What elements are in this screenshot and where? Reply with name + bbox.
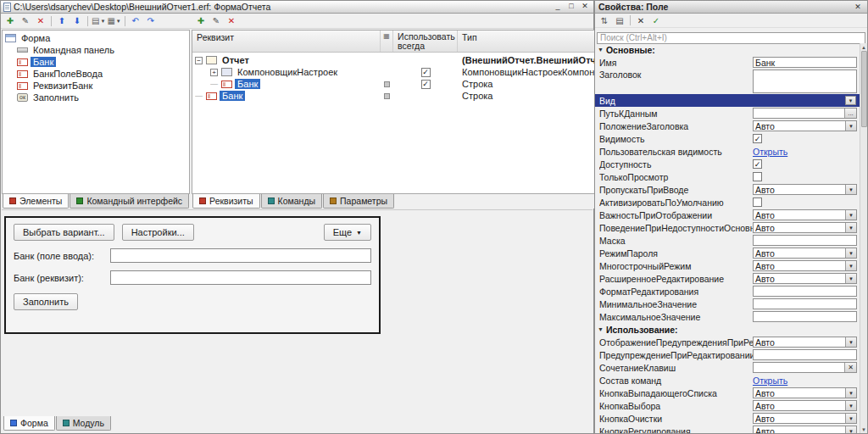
property-row[interactable]: КнопкаВыбораАвто▼ — [595, 399, 860, 412]
property-row[interactable]: РасширенноеРедактированиеАвто▼ — [595, 272, 860, 285]
form-preview[interactable]: Выбрать вариант... Настройки... Еще ▼ Ба… — [4, 216, 381, 334]
add-icon[interactable]: ✚ — [194, 14, 208, 27]
open-link[interactable]: Открыть — [753, 376, 787, 386]
delete-icon[interactable]: ✕ — [34, 14, 47, 27]
tab-elements[interactable]: Элементы — [3, 194, 69, 209]
tree-item-bank-input[interactable]: БанкПолеВвода — [3, 68, 189, 80]
property-dropdown[interactable]: Авто▼ — [753, 222, 857, 233]
property-row[interactable]: ТолькоПросмотр — [595, 170, 860, 183]
checked-checkbox[interactable]: ✓ — [421, 80, 431, 89]
grid-cell-use-always[interactable] — [393, 90, 458, 102]
property-input[interactable] — [753, 235, 857, 246]
property-row[interactable]: ИмяБанк — [595, 56, 860, 69]
property-input[interactable]: Банк — [753, 57, 857, 68]
property-section-header[interactable]: ▼Использование: — [595, 323, 860, 336]
view-mode-icon[interactable]: ▦▼ — [107, 14, 120, 27]
property-row[interactable]: ВажностьПриОтображенииАвто▼ — [595, 209, 860, 221]
dropdown-arrow-icon[interactable]: ▼ — [845, 223, 856, 232]
checked-checkbox[interactable]: ✓ — [421, 68, 431, 77]
property-dropdown[interactable]: Авто▼ — [753, 387, 857, 398]
window-titlebar[interactable]: C:\Users\dsarychev\Desktop\ВнешнийОтчет1… — [1, 1, 593, 14]
property-row[interactable]: Заголовок — [595, 69, 860, 94]
property-row[interactable]: МногострочныйРежимАвто▼ — [595, 259, 860, 272]
properties-caption[interactable]: Свойства: Поле ✕ — [595, 1, 867, 14]
table-settings-icon[interactable]: ▤▼ — [92, 14, 105, 27]
property-section-header[interactable]: ▼Основные: — [595, 43, 860, 56]
property-dropdown[interactable]: Авто▼ — [753, 248, 857, 259]
property-input[interactable]: ✕ — [753, 362, 857, 373]
properties-close-icon[interactable]: ✕ — [852, 3, 864, 11]
dropdown-arrow-icon[interactable]: ▼ — [845, 388, 856, 398]
minimize-button[interactable]: _ — [551, 2, 565, 12]
grid-row[interactable]: —БанкСтрока — [192, 90, 647, 102]
redo-icon[interactable]: ↷ — [144, 14, 158, 27]
tab-commands[interactable]: Команды — [261, 194, 323, 209]
properties-search-input[interactable] — [597, 32, 865, 44]
column-header-marker[interactable]: ▦ — [381, 31, 393, 52]
ellipsis-button[interactable]: ... — [844, 108, 856, 118]
column-header-use-always[interactable]: Использовать всегда — [393, 31, 458, 52]
property-row[interactable]: ПоведениеПриНедоступностиОсновногоСерАвт… — [595, 221, 860, 234]
bank-attr-field[interactable] — [110, 270, 371, 285]
grid-row[interactable]: +КомпоновщикНастроек✓КомпоновщикНастроек… — [192, 66, 647, 78]
property-row[interactable]: Пользовательская видимостьОткрыть — [595, 145, 860, 158]
property-checkbox[interactable] — [753, 198, 762, 207]
add-icon[interactable]: ✚ — [3, 14, 17, 27]
property-dropdown[interactable]: Авто▼ — [753, 260, 857, 271]
property-row[interactable]: ПропускатьПриВводеАвто▼ — [595, 183, 860, 196]
property-input[interactable] — [753, 286, 857, 297]
property-row[interactable]: ПредупреждениеПриРедактировании — [595, 348, 860, 361]
property-row[interactable]: Маска — [595, 234, 860, 247]
more-button[interactable]: Еще ▼ — [324, 224, 371, 241]
property-row[interactable]: ФорматРедактирования — [595, 285, 860, 298]
tab-parameters[interactable]: Параметры — [323, 194, 394, 209]
property-dropdown[interactable]: ▼ — [753, 95, 857, 106]
settings-button[interactable]: Настройки... — [122, 224, 194, 241]
delete-icon[interactable]: ✕ — [225, 14, 238, 27]
tab-command-interface[interactable]: Командный интерфейс — [70, 194, 189, 209]
property-row[interactable]: МаксимальноеЗначение — [595, 310, 860, 323]
close-button[interactable]: ✕ — [578, 2, 592, 12]
tree-item-command-bar[interactable]: Командная панель — [3, 44, 189, 56]
property-row[interactable]: Доступность✓ — [595, 158, 860, 170]
property-input[interactable] — [753, 70, 857, 93]
property-dropdown[interactable]: Авто▼ — [753, 413, 857, 424]
edit-icon[interactable]: ✎ — [19, 14, 32, 27]
property-row[interactable]: Видимость✓ — [595, 132, 860, 145]
grid-cell-use-always[interactable]: ✓ — [393, 78, 458, 90]
scroll-down-icon[interactable]: ▼ — [861, 426, 866, 433]
grid-cell-use-always[interactable]: ✓ — [393, 66, 458, 78]
properties-scrollbar[interactable]: ▲ ▼ — [860, 43, 867, 433]
property-row[interactable]: ПутьКДанным... — [595, 107, 860, 120]
dropdown-arrow-icon[interactable]: ▼ — [845, 414, 856, 423]
property-row[interactable]: АктивизироватьПоУмолчанию — [595, 196, 860, 209]
tree-item-fill[interactable]: окЗаполнить — [3, 92, 189, 103]
sort-alphabetical-icon[interactable]: ⇅ — [598, 14, 611, 27]
column-header-attribute[interactable]: Реквизит — [192, 31, 381, 52]
edit-icon[interactable]: ✎ — [209, 14, 223, 27]
property-checkbox[interactable]: ✓ — [753, 134, 762, 143]
property-row[interactable]: Состав командОткрыть — [595, 374, 860, 387]
property-input[interactable]: ... — [753, 108, 857, 119]
property-dropdown[interactable]: Авто▼ — [753, 426, 857, 433]
property-row[interactable]: КнопкаРегулированияАвто▼ — [595, 425, 860, 433]
bank-input-field[interactable] — [110, 248, 371, 263]
dropdown-arrow-icon[interactable]: ▼ — [845, 96, 856, 105]
collapse-icon[interactable]: − — [195, 57, 203, 64]
scroll-up-icon[interactable]: ▲ — [861, 43, 866, 51]
property-dropdown[interactable]: Авто▼ — [753, 400, 857, 411]
property-dropdown[interactable]: Авто▼ — [753, 337, 857, 348]
undo-icon[interactable]: ↶ — [129, 14, 142, 27]
tab-module[interactable]: Модуль — [56, 416, 111, 431]
property-dropdown[interactable]: Авто▼ — [753, 209, 857, 220]
grid-row[interactable]: —Банк✓Строка — [192, 78, 647, 90]
dropdown-arrow-icon[interactable]: ▼ — [845, 261, 856, 270]
expand-icon[interactable]: + — [210, 69, 218, 76]
dropdown-arrow-icon[interactable]: ▼ — [845, 248, 856, 258]
property-row[interactable]: ПоложениеЗаголовкаАвто▼ — [595, 120, 860, 132]
property-dropdown[interactable]: Авто▼ — [753, 120, 857, 131]
dropdown-arrow-icon[interactable]: ▼ — [845, 274, 856, 283]
tree-item-bank[interactable]: Банк — [3, 56, 189, 68]
property-input[interactable] — [753, 298, 857, 309]
property-row[interactable]: КнопкаОчисткиАвто▼ — [595, 412, 860, 425]
